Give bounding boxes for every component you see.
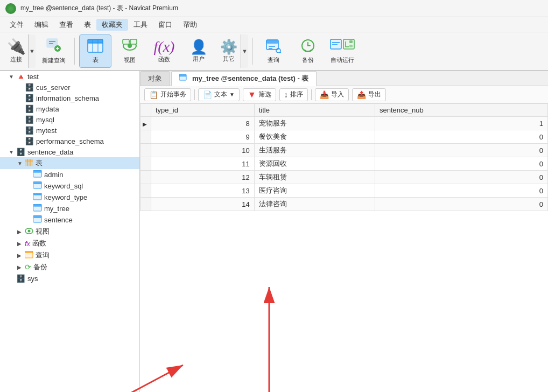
sidebar-item-view-group[interactable]: ▶ 视图	[0, 226, 139, 237]
connect-button[interactable]: 🔌 连接	[4, 34, 28, 68]
col-header-sentence-nub[interactable]: sentence_nub	[375, 104, 548, 117]
sidebar-item-mydata[interactable]: 🗄️ mydata	[0, 103, 139, 114]
sidebar-item-keyword-type[interactable]: keyword_type	[0, 192, 139, 203]
sidebar-item-info-schema[interactable]: 🗄️ information_schema	[0, 93, 139, 103]
svg-rect-22	[331, 39, 341, 49]
cell-sentence-nub: 0	[375, 198, 548, 211]
view-icon	[122, 39, 138, 55]
row-arrow-cell: ▶	[140, 117, 151, 130]
sidebar-label-admin: admin	[44, 171, 63, 179]
sidebar-label-view: 视图	[36, 227, 50, 236]
toolbar2-sep1	[194, 89, 195, 100]
sidebar-item-mytest[interactable]: 🗄️ mytest	[0, 125, 139, 136]
import-icon: 📥	[320, 90, 329, 99]
filter-btn[interactable]: ▼ 筛选	[243, 88, 276, 101]
sidebar-item-query-group[interactable]: ▶ 查询	[0, 249, 139, 261]
user-button[interactable]: 👤 用户	[182, 34, 215, 68]
sidebar-item-table-group[interactable]: ▼ 表	[0, 157, 139, 169]
sidebar-item-my-tree[interactable]: my_tree	[0, 203, 139, 214]
db-icon-mydata: 🗄️	[25, 104, 34, 113]
db-icon-perf: 🗄️	[25, 137, 34, 145]
sidebar-item-cus-server[interactable]: 🗄️ cus_server	[0, 82, 139, 93]
menu-help[interactable]: 帮助	[178, 19, 202, 31]
other-button-group[interactable]: ⚙️ 其它 ▼	[217, 34, 248, 68]
window-title: my_tree @sentence_data (test) - 表 - Navi…	[20, 4, 178, 13]
import-btn[interactable]: 📥 导入	[315, 88, 349, 101]
sidebar-item-backup-group[interactable]: ▶ ⟳ 备份	[0, 261, 139, 273]
func-group-icon: fx	[25, 240, 30, 248]
export-btn[interactable]: 📤 导出	[352, 88, 386, 101]
table-row[interactable]: ▶ 8 宠物服务 1	[140, 117, 548, 130]
table-row[interactable]: 12 车辆租赁 0	[140, 171, 548, 184]
other-dropdown[interactable]: ▼	[241, 34, 248, 68]
col-header-title[interactable]: title	[254, 104, 375, 117]
sidebar-item-sys[interactable]: 🗄️ sys	[0, 273, 139, 284]
db-icon-mytest: 🗄️	[25, 126, 34, 135]
svg-rect-13	[123, 39, 129, 44]
table-row[interactable]: 13 医疗咨询 0	[140, 184, 548, 198]
sidebar-item-func-group[interactable]: ▶ fx 函数	[0, 237, 139, 249]
table-row[interactable]: 9 餐饮美食 0	[140, 130, 548, 144]
table-button[interactable]: 表	[79, 34, 111, 68]
table-row[interactable]: 10 生活服务 0	[140, 144, 548, 157]
sort-label: 排序	[290, 90, 303, 99]
cell-type-id: 12	[151, 171, 255, 184]
menu-table[interactable]: 表	[79, 19, 96, 31]
svg-rect-27	[349, 45, 353, 47]
tab-object[interactable]: 对象	[140, 71, 170, 86]
sidebar-label-mydata: mydata	[36, 105, 59, 113]
connect-button-group[interactable]: 🔌 连接 ▼	[4, 34, 36, 68]
auto-run-button[interactable]: 自动运行	[326, 34, 359, 68]
menu-edit[interactable]: 编辑	[29, 19, 54, 31]
function-button[interactable]: f(x) 函数	[148, 34, 180, 68]
table-icon-keyword-sql	[33, 181, 42, 191]
table-row[interactable]: 14 法律咨询 0	[140, 198, 548, 211]
menu-file[interactable]: 文件	[4, 19, 29, 31]
sidebar-label-sentence: sentence_data	[27, 148, 73, 156]
view-button[interactable]: 视图	[114, 34, 146, 68]
sidebar-item-mysql[interactable]: 🗄️ mysql	[0, 114, 139, 125]
toolbar2-sep2	[311, 89, 312, 100]
function-label: 函数	[158, 55, 170, 64]
menu-window[interactable]: 窗口	[153, 19, 178, 31]
col-header-arrow	[140, 104, 151, 117]
sidebar-item-sentence-data[interactable]: ▼ 🗄️ sentence_data	[0, 146, 139, 157]
function-icon: f(x)	[154, 39, 175, 54]
cell-title: 法律咨询	[254, 198, 375, 211]
connect-dropdown[interactable]: ▼	[28, 34, 36, 68]
menu-view[interactable]: 查看	[54, 19, 79, 31]
table-row[interactable]: 11 资源回收 0	[140, 157, 548, 171]
view-label: 视图	[124, 56, 136, 64]
text-dropdown-icon: ▼	[229, 92, 235, 97]
sidebar-item-test[interactable]: ▼ 🔺 test	[0, 71, 139, 82]
toolbar-sep-2	[252, 38, 253, 65]
sidebar-label-mysql: mysql	[36, 116, 54, 124]
svg-rect-14	[130, 39, 137, 44]
new-query-button[interactable]: 新建查询	[38, 34, 70, 68]
auto-run-icon	[330, 39, 355, 55]
sidebar-label-keyword-sql: keyword_sql	[44, 182, 83, 190]
menu-tools[interactable]: 工具	[128, 19, 153, 31]
svg-rect-26	[349, 40, 353, 43]
sidebar-item-admin[interactable]: admin	[0, 169, 139, 180]
sidebar-item-keyword-sql[interactable]: keyword_sql	[0, 180, 139, 192]
sidebar-item-perf-schema[interactable]: 🗄️ performance_schema	[0, 136, 139, 146]
query-button[interactable]: 查询	[257, 34, 290, 68]
db-icon-sentence: 🗄️	[16, 148, 25, 156]
sidebar-item-sentence[interactable]: sentence	[0, 214, 139, 226]
transaction-icon: 📋	[149, 90, 158, 99]
start-transaction-btn[interactable]: 📋 开始事务	[144, 88, 191, 101]
backup-button[interactable]: 备份	[292, 34, 324, 68]
col-header-type-id[interactable]: type_id	[151, 104, 255, 117]
tab-table-icon	[179, 74, 187, 82]
tab-my-tree[interactable]: my_tree @sentence_data (test) - 表	[171, 71, 317, 86]
sort-btn[interactable]: ↕ 排序	[279, 88, 308, 101]
text-btn[interactable]: 📄 文本 ▼	[198, 88, 240, 101]
menu-favorites[interactable]: 收藏夹	[96, 19, 128, 31]
row-arrow-cell	[140, 184, 151, 198]
data-table: type_id title sentence_nub ▶ 8 宠物服务 1 9 …	[140, 103, 548, 211]
cell-title: 宠物服务	[254, 117, 375, 130]
other-button[interactable]: ⚙️ 其它	[217, 34, 241, 68]
svg-rect-53	[179, 74, 186, 76]
cell-type-id: 10	[151, 144, 255, 157]
